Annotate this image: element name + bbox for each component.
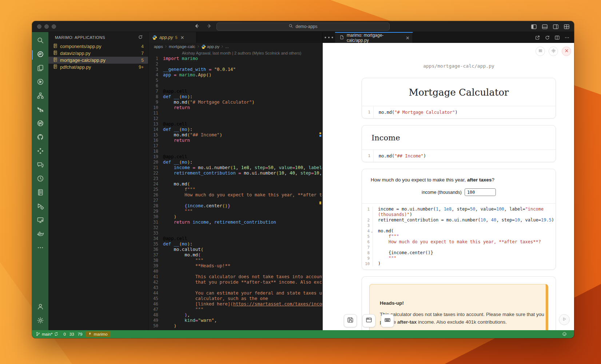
- forward-icon[interactable]: [206, 23, 212, 31]
- command-center-search[interactable]: demo-apps: [216, 23, 390, 31]
- activity-item-diamonds[interactable]: [32, 145, 48, 159]
- code-token: (: [230, 165, 233, 170]
- code-line: 4app = marimo.App(): [148, 72, 322, 78]
- code-token: that you provide **after-tax** income. A…: [163, 280, 322, 285]
- line-content: @app.cell: [163, 236, 322, 241]
- code-token: (: [179, 127, 182, 132]
- activity-item-settings[interactable]: [32, 314, 48, 328]
- activity-item-search[interactable]: [32, 34, 48, 48]
- code-token: [163, 214, 174, 219]
- file-row[interactable]: mortgage-calc/app.py5: [48, 57, 148, 64]
- cell-code-content: mo.md("## Income"): [374, 153, 426, 159]
- code-token: ): [455, 110, 458, 115]
- line-content: that you provide **after-tax** income. A…: [163, 280, 322, 285]
- cell-line-number: 1: [362, 106, 374, 118]
- tab-app-py[interactable]: app.py 5 ✕: [148, 32, 196, 43]
- code-token: mo.callout: [163, 247, 201, 252]
- code-token: ): [187, 241, 190, 247]
- line-content: ): [163, 214, 322, 220]
- activity-item-comments[interactable]: [32, 159, 48, 172]
- problems-item[interactable]: 0 33 79: [62, 332, 82, 336]
- run-cell-button[interactable]: [559, 314, 570, 325]
- file-row[interactable]: dataviz/app.py7: [48, 50, 148, 57]
- activity-item-github[interactable]: [32, 131, 48, 145]
- code-token: }: [228, 203, 230, 208]
- code-editor[interactable]: Akshay Agrawal, last month | 2 authors (…: [148, 50, 322, 330]
- line-content: app = marimo.App(): [163, 72, 322, 78]
- activity-item-run-preview[interactable]: [32, 76, 48, 89]
- activity-item-test-explorer[interactable]: [32, 200, 48, 214]
- refresh-icon[interactable]: [138, 35, 143, 40]
- git-branch-item[interactable]: main*: [36, 332, 59, 337]
- code-token: return: [174, 220, 190, 225]
- income-number-input[interactable]: [465, 188, 496, 196]
- code-line: 6: [148, 83, 322, 89]
- marimo-status-badge[interactable]: marimo: [86, 331, 110, 337]
- tab-overflow-icon[interactable]: [323, 32, 335, 43]
- back-icon[interactable]: [194, 23, 200, 31]
- activity-item-notebook[interactable]: [32, 186, 48, 200]
- line-number: 3: [148, 67, 163, 72]
- minimize-window-button[interactable]: [44, 24, 49, 29]
- file-row[interactable]: pdfchat/app.py9+: [48, 64, 148, 71]
- save-button[interactable]: [344, 314, 357, 327]
- activity-item-timer[interactable]: [32, 172, 48, 186]
- line-content: ): [163, 323, 322, 329]
- code-line: 8def __(mo):: [148, 94, 322, 100]
- text-segment: income. Also exclude 401k contributions.: [417, 319, 507, 325]
- search-text: demo-apps: [295, 24, 317, 29]
- code-token: __: [174, 127, 179, 132]
- activity-item-account[interactable]: [32, 300, 48, 314]
- cell-code-content: income = mo.ui.number(1, 1e8, step=50, v…: [373, 207, 556, 217]
- line-content: mo.md(: [163, 252, 322, 258]
- fold-chevron-icon[interactable]: ⌄: [371, 229, 373, 234]
- toggle-secondary-sidebar-icon[interactable]: [553, 24, 559, 30]
- breadcrumb-item[interactable]: ...: [225, 44, 229, 49]
- activity-item-remote-monitor[interactable]: [32, 214, 48, 228]
- activity-item-docker[interactable]: [32, 228, 48, 241]
- customize-layout-icon[interactable]: [564, 24, 570, 30]
- toggle-panel-icon[interactable]: [542, 24, 548, 30]
- activity-item-sphere[interactable]: [32, 117, 48, 131]
- application-file-list: components/app.py4dataviz/app.py7mortgag…: [48, 43, 148, 71]
- refresh-icon[interactable]: [545, 35, 550, 40]
- zoom-window-button[interactable]: [52, 24, 56, 29]
- breadcrumb-item[interactable]: mortgage-calc: [169, 44, 195, 49]
- search-icon: [37, 37, 44, 45]
- code-token: How much do you expect to make this year…: [378, 239, 541, 244]
- more-actions-icon[interactable]: [564, 35, 570, 40]
- activity-item-terraform[interactable]: [32, 103, 48, 117]
- activity-item-components[interactable]: [32, 89, 48, 103]
- toggle-primary-sidebar-icon[interactable]: [531, 24, 537, 30]
- close-tab-icon[interactable]: ✕: [406, 35, 410, 41]
- activity-item-marimo[interactable]: [32, 48, 48, 62]
- settings-button[interactable]: [549, 47, 558, 56]
- menu-button[interactable]: [536, 47, 545, 56]
- code-token: """: [163, 209, 192, 214]
- open-window-button[interactable]: [362, 314, 375, 327]
- line-number: 9: [148, 100, 163, 105]
- code-token: 40: [491, 217, 496, 223]
- code-token: App: [198, 72, 206, 77]
- split-editor-icon[interactable]: [554, 35, 560, 40]
- close-window-button[interactable]: [37, 24, 41, 29]
- file-row[interactable]: components/app.py4: [48, 43, 148, 50]
- feedback-smiley-item[interactable]: [562, 332, 567, 337]
- tab-marimo-preview[interactable]: marimo: mortgage-calc/app.py ✕: [335, 32, 413, 43]
- keyboard-shortcuts-button[interactable]: [381, 314, 394, 327]
- terraform-icon: [37, 106, 44, 115]
- breadcrumb-item[interactable]: apps: [154, 44, 163, 49]
- line-content: [163, 285, 322, 291]
- activity-item-more[interactable]: [32, 241, 48, 255]
- code-token: [163, 138, 174, 143]
- shutdown-button[interactable]: [562, 47, 571, 56]
- code-token: "## Income": [190, 132, 219, 137]
- activity-item-files[interactable]: [32, 62, 48, 76]
- code-token: How much do you expect to make this year…: [163, 192, 322, 197]
- line-number: 41: [148, 274, 163, 280]
- breadcrumb-item[interactable]: app.py: [207, 44, 220, 49]
- open-external-icon[interactable]: [535, 35, 540, 40]
- code-token: [171, 127, 174, 132]
- close-tab-icon[interactable]: ✕: [180, 35, 184, 40]
- cell-count-badge: 9+: [139, 65, 144, 70]
